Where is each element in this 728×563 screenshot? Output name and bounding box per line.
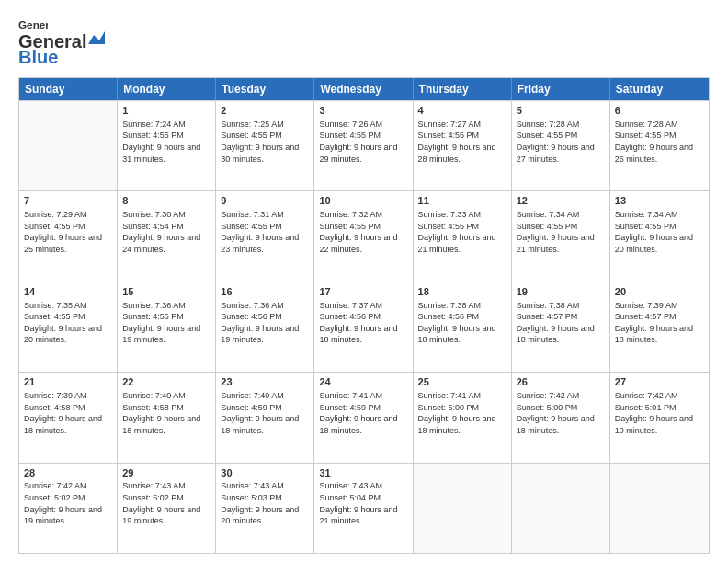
day-cell-7: 7Sunrise: 7:29 AM Sunset: 4:55 PM Daylig… [19,191,118,281]
day-info: Sunrise: 7:36 AM Sunset: 4:55 PM Dayligh… [122,300,210,346]
day-number: 28 [24,466,112,480]
day-number: 22 [122,375,210,389]
day-info: Sunrise: 7:28 AM Sunset: 4:55 PM Dayligh… [517,119,605,165]
day-info: Sunrise: 7:36 AM Sunset: 4:56 PM Dayligh… [221,300,309,346]
day-cell-25: 25Sunrise: 7:41 AM Sunset: 5:00 PM Dayli… [414,373,512,462]
header-day-saturday: Saturday [610,78,709,100]
day-cell-28: 28Sunrise: 7:42 AM Sunset: 5:02 PM Dayli… [19,464,118,553]
empty-cell [414,464,512,553]
day-number: 2 [221,104,309,118]
day-number: 4 [418,104,506,118]
day-number: 7 [24,194,112,208]
header-day-friday: Friday [512,78,610,100]
day-cell-5: 5Sunrise: 7:28 AM Sunset: 4:55 PM Daylig… [512,101,610,190]
day-info: Sunrise: 7:26 AM Sunset: 4:55 PM Dayligh… [319,119,407,165]
day-info: Sunrise: 7:33 AM Sunset: 4:55 PM Dayligh… [418,209,506,255]
day-number: 26 [517,375,605,389]
day-cell-16: 16Sunrise: 7:36 AM Sunset: 4:56 PM Dayli… [216,282,314,372]
day-cell-27: 27Sunrise: 7:42 AM Sunset: 5:01 PM Dayli… [610,373,709,462]
day-number: 15 [122,285,210,299]
day-number: 23 [221,375,309,389]
day-cell-9: 9Sunrise: 7:31 AM Sunset: 4:55 PM Daylig… [216,191,314,281]
day-cell-19: 19Sunrise: 7:38 AM Sunset: 4:57 PM Dayli… [512,282,610,372]
day-number: 12 [517,194,605,208]
day-cell-22: 22Sunrise: 7:40 AM Sunset: 4:58 PM Dayli… [118,373,216,462]
day-cell-2: 2Sunrise: 7:25 AM Sunset: 4:55 PM Daylig… [216,101,314,190]
day-info: Sunrise: 7:30 AM Sunset: 4:54 PM Dayligh… [122,209,210,255]
day-cell-20: 20Sunrise: 7:39 AM Sunset: 4:57 PM Dayli… [610,282,709,372]
day-cell-8: 8Sunrise: 7:30 AM Sunset: 4:54 PM Daylig… [118,191,216,281]
day-number: 17 [319,285,407,299]
day-number: 21 [24,375,112,389]
day-number: 20 [615,285,704,299]
calendar: SundayMondayTuesdayWednesdayThursdayFrid… [18,77,710,554]
day-number: 9 [221,194,309,208]
day-cell-13: 13Sunrise: 7:34 AM Sunset: 4:55 PM Dayli… [610,191,709,281]
day-number: 18 [418,285,506,299]
day-info: Sunrise: 7:31 AM Sunset: 4:55 PM Dayligh… [221,209,309,255]
empty-cell [19,101,118,190]
empty-cell [512,464,610,553]
day-cell-15: 15Sunrise: 7:36 AM Sunset: 4:55 PM Dayli… [118,282,216,372]
header-day-thursday: Thursday [414,78,512,100]
day-cell-14: 14Sunrise: 7:35 AM Sunset: 4:55 PM Dayli… [19,282,118,372]
day-info: Sunrise: 7:42 AM Sunset: 5:01 PM Dayligh… [615,390,704,436]
day-info: Sunrise: 7:38 AM Sunset: 4:56 PM Dayligh… [418,300,506,346]
empty-cell [610,464,709,553]
day-number: 14 [24,285,112,299]
day-number: 31 [319,466,407,480]
day-info: Sunrise: 7:35 AM Sunset: 4:55 PM Dayligh… [24,300,112,346]
header-day-sunday: Sunday [19,78,118,100]
calendar-header: SundayMondayTuesdayWednesdayThursdayFrid… [19,78,709,100]
day-number: 13 [615,194,704,208]
header: General General Blue [18,17,710,68]
day-number: 30 [221,466,309,480]
day-number: 3 [319,104,407,118]
day-number: 6 [615,104,704,118]
day-info: Sunrise: 7:34 AM Sunset: 4:55 PM Dayligh… [517,209,605,255]
day-cell-21: 21Sunrise: 7:39 AM Sunset: 4:58 PM Dayli… [19,373,118,462]
calendar-week-4: 21Sunrise: 7:39 AM Sunset: 4:58 PM Dayli… [19,372,709,462]
day-number: 24 [319,375,407,389]
calendar-week-2: 7Sunrise: 7:29 AM Sunset: 4:55 PM Daylig… [19,190,709,281]
day-info: Sunrise: 7:42 AM Sunset: 5:02 PM Dayligh… [24,480,112,526]
logo: General General Blue [18,17,105,68]
day-cell-1: 1Sunrise: 7:24 AM Sunset: 4:55 PM Daylig… [118,101,216,190]
day-info: Sunrise: 7:37 AM Sunset: 4:56 PM Dayligh… [319,300,407,346]
calendar-week-5: 28Sunrise: 7:42 AM Sunset: 5:02 PM Dayli… [19,463,709,553]
day-number: 19 [517,285,605,299]
day-info: Sunrise: 7:40 AM Sunset: 4:59 PM Dayligh… [221,390,309,436]
day-info: Sunrise: 7:38 AM Sunset: 4:57 PM Dayligh… [517,300,605,346]
day-cell-26: 26Sunrise: 7:42 AM Sunset: 5:00 PM Dayli… [512,373,610,462]
day-info: Sunrise: 7:43 AM Sunset: 5:02 PM Dayligh… [122,480,210,526]
day-info: Sunrise: 7:29 AM Sunset: 4:55 PM Dayligh… [24,209,112,255]
day-info: Sunrise: 7:24 AM Sunset: 4:55 PM Dayligh… [122,119,210,165]
day-info: Sunrise: 7:32 AM Sunset: 4:55 PM Dayligh… [319,209,407,255]
header-day-tuesday: Tuesday [216,78,314,100]
logo-wave-icon [88,31,105,48]
day-cell-12: 12Sunrise: 7:34 AM Sunset: 4:55 PM Dayli… [512,191,610,281]
day-cell-30: 30Sunrise: 7:43 AM Sunset: 5:03 PM Dayli… [216,464,314,553]
calendar-week-3: 14Sunrise: 7:35 AM Sunset: 4:55 PM Dayli… [19,282,709,372]
day-info: Sunrise: 7:39 AM Sunset: 4:58 PM Dayligh… [24,390,112,436]
day-info: Sunrise: 7:34 AM Sunset: 4:55 PM Dayligh… [615,209,704,255]
day-number: 8 [122,194,210,208]
day-cell-18: 18Sunrise: 7:38 AM Sunset: 4:56 PM Dayli… [414,282,512,372]
day-number: 16 [221,285,309,299]
day-number: 29 [122,466,210,480]
header-day-monday: Monday [118,78,216,100]
svg-text:General: General [18,18,48,30]
day-number: 5 [517,104,605,118]
svg-marker-1 [88,31,105,44]
day-cell-3: 3Sunrise: 7:26 AM Sunset: 4:55 PM Daylig… [314,101,413,190]
day-info: Sunrise: 7:25 AM Sunset: 4:55 PM Dayligh… [221,119,309,165]
day-info: Sunrise: 7:41 AM Sunset: 4:59 PM Dayligh… [319,390,407,436]
day-number: 11 [418,194,506,208]
day-cell-31: 31Sunrise: 7:43 AM Sunset: 5:04 PM Dayli… [314,464,413,553]
page: General General Blue SundayMondayTuesday… [0,0,728,563]
day-cell-11: 11Sunrise: 7:33 AM Sunset: 4:55 PM Dayli… [414,191,512,281]
day-info: Sunrise: 7:42 AM Sunset: 5:00 PM Dayligh… [517,390,605,436]
day-info: Sunrise: 7:27 AM Sunset: 4:55 PM Dayligh… [418,119,506,165]
calendar-week-1: 1Sunrise: 7:24 AM Sunset: 4:55 PM Daylig… [19,100,709,190]
day-cell-29: 29Sunrise: 7:43 AM Sunset: 5:02 PM Dayli… [118,464,216,553]
